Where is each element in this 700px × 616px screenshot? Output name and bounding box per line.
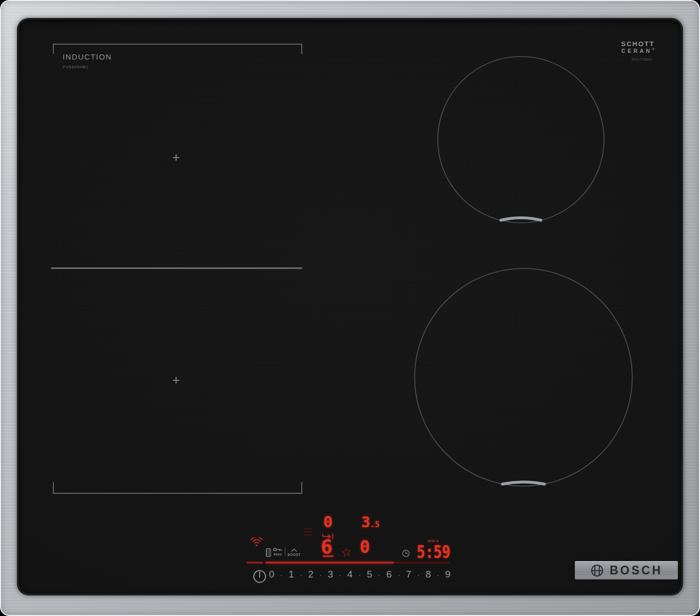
display-front-left-level: 6 [321, 537, 333, 556]
timer-clock-icon[interactable] [402, 549, 410, 557]
pan-detect-icon [266, 548, 271, 557]
schott-code: 9001778664 [617, 58, 667, 62]
slider-dot: · [398, 570, 400, 579]
boost-label: BOOST [287, 553, 301, 556]
boost-chevron-icon [290, 548, 298, 552]
slider-dot: · [417, 570, 420, 579]
child-lock-icon [273, 547, 283, 552]
display-rear-right-level: 3.5 [361, 515, 380, 530]
schott-ceran-logo: SCHOTT CERAN® 9001778664 [613, 41, 663, 62]
power-level-slider[interactable]: 0 · 1 · 2 · 3 · 4 · 5 · 6 · 7 · 8 · 9 [269, 568, 451, 581]
slider-level-6[interactable]: 6 [386, 569, 392, 580]
timer-display: 5:59 [417, 543, 451, 561]
slider-line-dim [394, 562, 450, 564]
slider-level-1[interactable]: 1 [288, 569, 294, 580]
flex-zone-top-bracket [53, 44, 302, 54]
slider-level-8[interactable]: 8 [425, 569, 431, 580]
favorite-star-icon[interactable]: ☆ [340, 545, 353, 559]
power-button[interactable] [252, 569, 267, 584]
slider-dot: · [280, 570, 283, 579]
slider-level-3[interactable]: 3 [327, 569, 333, 580]
slider-line-active[interactable] [265, 562, 394, 564]
zone-center-mark: + [170, 373, 182, 387]
child-lock-key[interactable]: 4sec [266, 547, 283, 557]
bosch-symbol-icon [590, 564, 604, 578]
slider-level-4[interactable]: 4 [347, 569, 353, 580]
model-number: PVS645HB1 [63, 65, 112, 69]
wifi-icon [249, 537, 264, 547]
display-front-right-level: 0 [360, 538, 370, 555]
display-rear-left-level: 0 [323, 514, 333, 530]
slider-level-9[interactable]: 9 [445, 569, 451, 580]
vent-indicator-icon [304, 528, 312, 537]
bosch-logo-text: BOSCH [610, 564, 663, 578]
slider-level-5[interactable]: 5 [367, 569, 373, 580]
slider-dot: · [339, 570, 341, 579]
slider-dot: · [300, 570, 302, 579]
slider-level-0[interactable]: 0 [269, 569, 275, 580]
panel-divider [285, 547, 285, 556]
induction-cooktop: INDUCTION PVS645HB1 SCHOTT CERAN® 900177… [0, 0, 700, 616]
glass-surface [18, 20, 682, 594]
slider-line-power [246, 562, 263, 564]
slider-dot: · [378, 570, 381, 579]
flex-zone-divider [51, 267, 302, 269]
boost-key[interactable]: BOOST [287, 548, 301, 556]
zone-center-mark: + [170, 150, 182, 164]
bosch-logo-plate: BOSCH [575, 561, 678, 580]
zone-selected-underline [323, 555, 334, 557]
slider-level-2[interactable]: 2 [308, 569, 314, 580]
slider-dot: · [358, 570, 361, 579]
type-print: INDUCTION PVS645HB1 [63, 52, 112, 69]
child-lock-hold-label: 4sec [274, 552, 282, 556]
slider-dot: · [319, 570, 322, 579]
slider-dot: · [437, 570, 439, 579]
flex-zone-bottom-bracket [53, 482, 302, 494]
slider-level-7[interactable]: 7 [406, 569, 412, 580]
